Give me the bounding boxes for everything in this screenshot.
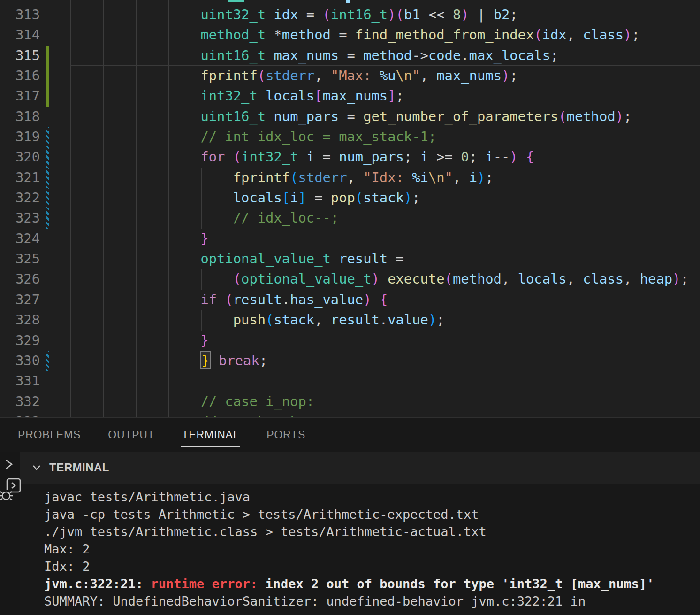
code-line[interactable]: 333 // break; (0, 412, 700, 417)
gutter-decoration-area (40, 5, 70, 25)
line-number[interactable]: 319 (0, 127, 40, 147)
terminal-line: java -cp tests Arithmetic > tests/Arithm… (44, 506, 700, 523)
line-number[interactable]: 324 (0, 229, 40, 249)
code-line[interactable]: 329 } (0, 331, 700, 351)
panel-tab-bar: PROBLEMSOUTPUTTERMINALPORTS (0, 417, 700, 452)
terminal-line: Max: 2 (44, 540, 700, 558)
panel-tab-ports[interactable]: PORTS (266, 418, 305, 452)
line-number[interactable]: 315 (0, 46, 40, 66)
code-line[interactable]: 327 if (result.has_value) { (0, 290, 700, 310)
code-line[interactable]: 326 (optional_value_t) execute(method, l… (0, 269, 700, 289)
code-text: if (result.has_value) { (70, 290, 700, 310)
gutter-decoration-area (40, 25, 70, 45)
code-line[interactable]: 315 uint16_t max_nums = method->code.max… (0, 46, 700, 66)
code-line[interactable]: 328 push(stack, result.value); (0, 310, 700, 330)
code-line[interactable]: 330 } break; (0, 351, 700, 371)
panel-tab-problems[interactable]: PROBLEMS (18, 418, 81, 452)
code-text: } (70, 331, 700, 351)
line-number[interactable]: 321 (0, 168, 40, 188)
line-number[interactable]: 323 (0, 208, 40, 228)
line-number[interactable]: 330 (0, 351, 40, 371)
terminal-section-label: TERMINAL (49, 461, 109, 474)
line-number[interactable]: 332 (0, 392, 40, 412)
code-text: fprintf(stderr, "Idx: %i\n", i); (70, 168, 700, 188)
debug-console-icon[interactable] (0, 476, 22, 506)
clipped-line-fragment (346, 0, 350, 3)
gutter-decoration-area (40, 229, 70, 249)
terminal-line: jvm.c:322:21: runtime error: index 2 out… (44, 575, 700, 592)
code-line[interactable]: 320 for (int32_t i = num_pars; i >= 0; i… (0, 147, 700, 167)
gutter-decoration-area (40, 249, 70, 269)
code-text: } break; (70, 351, 700, 371)
gutter-decoration-area (40, 392, 70, 412)
code-text: uint16_t num_pars = get_number_of_parame… (70, 107, 700, 127)
line-number[interactable]: 333 (0, 412, 40, 417)
line-number[interactable]: 329 (0, 331, 40, 351)
gutter-decoration-area (40, 86, 70, 106)
code-text: // idx_loc--; (70, 208, 700, 228)
gutter-decoration-modified (46, 168, 49, 188)
code-text: optional_value_t result = (70, 249, 700, 269)
line-number[interactable]: 313 (0, 5, 40, 25)
code-line[interactable]: 321 fprintf(stderr, "Idx: %i\n", i); (0, 168, 700, 188)
code-text: // break; (70, 412, 700, 417)
code-editor[interactable]: 313 uint32_t idx = (int16_t)(b1 << 8) | … (0, 0, 700, 417)
panel-main: TERMINAL javac tests/Arithmetic.javajava… (20, 452, 700, 615)
gutter-decoration-modified (46, 351, 49, 371)
gutter-decoration-area (40, 147, 70, 167)
line-number[interactable]: 325 (0, 249, 40, 269)
code-line[interactable]: 314 method_t *method = find_method_from_… (0, 25, 700, 45)
line-number[interactable]: 331 (0, 371, 40, 391)
code-text: push(stack, result.value); (70, 310, 700, 330)
code-line[interactable]: 313 uint32_t idx = (int16_t)(b1 << 8) | … (0, 5, 700, 25)
code-text: for (int32_t i = num_pars; i >= 0; i--) … (70, 147, 700, 167)
code-line[interactable]: 325 optional_value_t result = (0, 249, 700, 269)
code-line[interactable]: 323 // idx_loc--; (0, 208, 700, 228)
code-line[interactable]: 316 fprintf(stderr, "Max: %u\n", max_num… (0, 66, 700, 86)
code-text (70, 371, 700, 391)
gutter-decoration-area (40, 127, 70, 147)
gutter-decoration-area (40, 188, 70, 208)
code-line[interactable]: 318 uint16_t num_pars = get_number_of_pa… (0, 107, 700, 127)
terminal-section-header[interactable]: TERMINAL (20, 452, 700, 484)
line-number[interactable]: 320 (0, 147, 40, 167)
chevron-right-icon[interactable] (3, 457, 15, 471)
gutter-decoration-added (46, 46, 49, 66)
panel-tab-output[interactable]: OUTPUT (108, 418, 154, 452)
line-number[interactable]: 328 (0, 310, 40, 330)
terminal-line: Idx: 2 (44, 558, 700, 575)
line-number[interactable]: 318 (0, 107, 40, 127)
vscode-window: 313 uint32_t idx = (int16_t)(b1 << 8) | … (0, 0, 700, 615)
line-number[interactable]: 316 (0, 66, 40, 86)
code-text: uint16_t max_nums = method->code.max_loc… (70, 46, 700, 66)
gutter-decoration-area (40, 371, 70, 391)
line-number[interactable]: 327 (0, 290, 40, 310)
gutter-decoration-area (40, 331, 70, 351)
line-number[interactable]: 317 (0, 86, 40, 106)
code-line[interactable]: 331 (0, 371, 700, 391)
gutter-decoration-area (40, 46, 70, 66)
line-number[interactable]: 314 (0, 25, 40, 45)
terminal-line: SUMMARY: UndefinedBehaviorSanitizer: und… (44, 592, 700, 610)
line-number[interactable]: 326 (0, 269, 40, 289)
code-line[interactable]: 322 locals[i] = pop(stack); (0, 188, 700, 208)
code-text: // case i_nop: (70, 392, 700, 412)
gutter-decoration-area (40, 310, 70, 330)
panel-tab-terminal[interactable]: TERMINAL (182, 418, 240, 452)
code-line[interactable]: 317 int32_t locals[max_nums]; (0, 86, 700, 106)
line-number[interactable]: 322 (0, 188, 40, 208)
editor-lines: 313 uint32_t idx = (int16_t)(b1 << 8) | … (0, 5, 700, 417)
gutter-decoration-modified (46, 147, 49, 167)
chevron-down-icon[interactable] (30, 461, 43, 474)
gutter-decoration-area (40, 412, 70, 417)
code-line[interactable]: 324 } (0, 229, 700, 249)
gutter-decoration-area (40, 168, 70, 188)
code-line[interactable]: 332 // case i_nop: (0, 392, 700, 412)
code-line[interactable]: 319 // int idx_loc = max_stack-1; (0, 127, 700, 147)
gutter-decoration-area (40, 107, 70, 127)
code-text: uint32_t idx = (int16_t)(b1 << 8) | b2; (70, 5, 700, 25)
gutter-decoration-area (40, 66, 70, 86)
gutter-decoration-modified (46, 127, 49, 147)
terminal-output[interactable]: javac tests/Arithmetic.javajava -cp test… (20, 484, 700, 615)
code-text: method_t *method = find_method_from_inde… (70, 25, 700, 45)
